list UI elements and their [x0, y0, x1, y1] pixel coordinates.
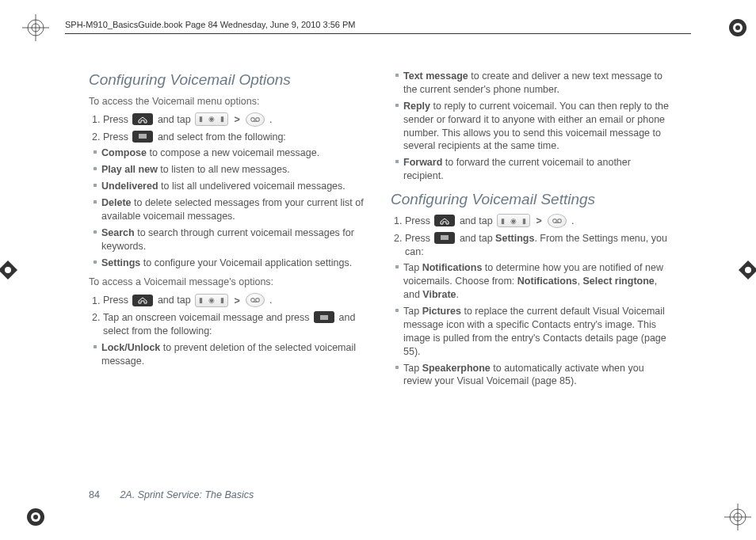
home-key-icon [132, 113, 153, 125]
registration-mark-icon [0, 259, 19, 281]
option-text: to search through current voicemail mess… [101, 227, 354, 252]
option-text: . [456, 289, 459, 300]
option-item: Play all new to listen to all new messag… [94, 163, 370, 177]
option-item: Tap Notifications to determine how you a… [395, 261, 672, 302]
option-item: Lock/Unlock to prevent deletion of the s… [94, 341, 370, 368]
column-right: Text message to create and deliver a new… [391, 70, 672, 497]
option-term: Lock/Unlock [101, 342, 160, 353]
option-term: Notifications [422, 262, 483, 273]
page: SPH-M910_BasicsGuide.book Page 84 Wednes… [0, 0, 756, 540]
step-item: Press and tap ▮◉▮ > . [103, 294, 370, 308]
svg-point-15 [5, 267, 11, 273]
option-item: Undelivered to list all undelivered voic… [94, 180, 370, 193]
crop-mark-icon [724, 14, 751, 41]
registration-mark-icon [737, 259, 756, 281]
option-item: Tap Pictures to replace the current defa… [395, 305, 672, 359]
lead-text: To access the Voicemail menu options: [89, 95, 370, 108]
option-item: Delete to delete selected messages from … [94, 196, 370, 223]
apps-tray-icon: ▮◉▮ [195, 294, 228, 307]
option-term: Speakerphone [422, 363, 491, 374]
option-term: Reply [403, 101, 430, 112]
menu-key-icon [314, 311, 334, 323]
svg-point-25 [256, 299, 260, 302]
step-text: and tap [460, 215, 493, 226]
crop-mark-icon [22, 504, 49, 530]
content-area: Configuring Voicemail Options To access … [89, 70, 672, 497]
steps-list: Press and tap ▮◉▮ > . Press [391, 215, 672, 259]
option-term: Vibrate [422, 289, 456, 300]
step-text: and tap [158, 114, 191, 125]
step-text: . [269, 114, 272, 125]
step-text: Press [405, 215, 430, 226]
option-item: Settings to configure your Voicemail app… [94, 257, 370, 270]
option-text: to reply to current voicemail. You can t… [403, 101, 669, 152]
step-text: Tap an onscreen voicemail message and pr… [103, 312, 310, 323]
options-list: Lock/Unlock to prevent deletion of the s… [89, 341, 370, 368]
option-term: Play all new [101, 164, 158, 175]
option-term: Compose [101, 147, 147, 158]
options-list: Tap Notifications to determine how you a… [391, 261, 672, 388]
chevron-right-icon: > [536, 215, 542, 226]
voicemail-icon [548, 214, 567, 228]
step-text: and tap [460, 233, 495, 244]
home-key-icon [132, 295, 153, 306]
option-text: to delete selected messages from your cu… [101, 197, 364, 222]
option-term: Forward [403, 157, 442, 168]
step-text: Press [103, 131, 128, 143]
column-left: Configuring Voicemail Options To access … [89, 70, 370, 497]
step-text: Press [103, 114, 128, 125]
option-text: to configure your Voicemail application … [140, 257, 352, 268]
menu-key-icon [434, 232, 455, 244]
option-term: Notifications [517, 276, 578, 287]
step-item: Press and tap ▮◉▮ > . [405, 215, 672, 229]
option-term: Undelivered [101, 181, 158, 192]
svg-point-31 [558, 219, 562, 222]
lead-text: To access a Voicemail message's options: [89, 276, 370, 289]
option-item: Text message to create and deliver a new… [395, 70, 672, 97]
step-text: and tap [158, 295, 191, 306]
step-item: Tap an onscreen voicemail message and pr… [103, 311, 370, 338]
chevron-right-icon: > [235, 114, 240, 125]
step-item: Press and select from the following: [103, 131, 370, 144]
steps-list: Press and tap ▮◉▮ > . Tap an onscreen vo… [89, 294, 370, 338]
step-item: Press and tap Settings. From the Setting… [405, 232, 672, 259]
apps-tray-icon: ▮◉▮ [497, 214, 530, 227]
voicemail-icon [246, 112, 265, 127]
page-footer: 84 2A. Sprint Service: The Basics [89, 489, 254, 502]
option-text: to list all undelivered voicemail messag… [158, 181, 346, 192]
option-term: Pictures [422, 306, 461, 317]
svg-point-19 [256, 117, 260, 121]
option-term: Settings [495, 233, 534, 244]
step-text: . [269, 295, 272, 306]
svg-point-6 [735, 25, 740, 30]
option-term: Delete [101, 197, 132, 208]
svg-point-9 [33, 515, 38, 519]
steps-list: Press and tap ▮◉▮ > . Press [89, 113, 370, 144]
menu-key-icon [132, 131, 153, 143]
chapter-title: 2A. Sprint Service: The Basics [120, 489, 254, 500]
step-text: Press [405, 233, 430, 244]
options-list: Compose to compose a new voicemail messa… [89, 146, 370, 269]
option-item: Tap Speakerphone to automatically activa… [395, 362, 672, 389]
section-title: Configuring Voicemail Settings [391, 189, 672, 210]
option-term: Settings [101, 257, 140, 268]
option-term: Search [101, 227, 135, 238]
step-text: . [571, 215, 574, 226]
option-text: to compose a new voicemail message. [147, 147, 319, 158]
svg-point-18 [251, 117, 255, 121]
page-number: 84 [89, 489, 100, 500]
option-item: Reply to reply to current voicemail. You… [395, 100, 672, 154]
apps-tray-icon: ▮◉▮ [195, 112, 228, 126]
svg-point-17 [745, 267, 751, 273]
step-text: and select from the following: [158, 131, 286, 143]
option-text: to listen to all new messages. [158, 164, 290, 175]
chevron-right-icon: > [235, 295, 240, 306]
option-item: Forward to forward the current voicemail… [395, 156, 672, 183]
crop-mark-icon [724, 504, 751, 530]
home-key-icon [434, 215, 455, 226]
option-term: Text message [403, 70, 468, 82]
step-item: Press and tap ▮◉▮ > . [103, 113, 370, 127]
print-header: SPH-M910_BasicsGuide.book Page 84 Wednes… [65, 19, 691, 37]
option-text: Tap [403, 363, 422, 374]
option-item: Compose to compose a new voicemail messa… [94, 146, 370, 160]
